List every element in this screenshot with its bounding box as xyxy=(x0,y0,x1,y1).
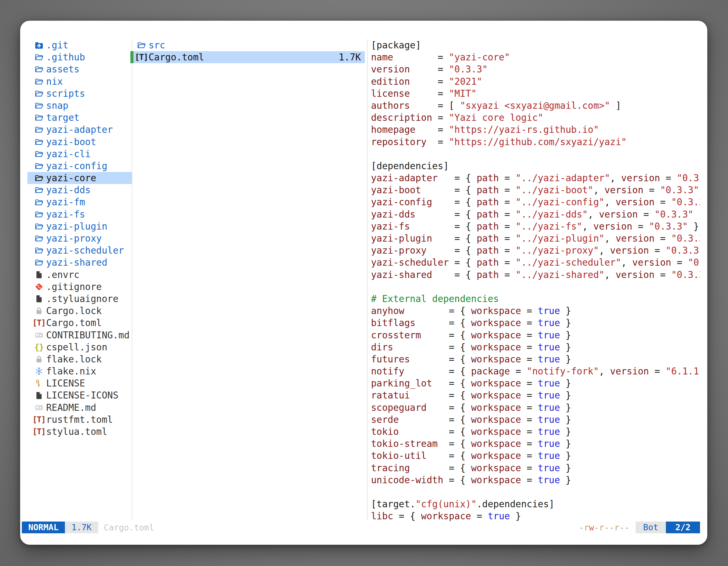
toml-icon: [T] xyxy=(34,415,44,424)
file-label: target xyxy=(46,112,79,124)
parent-item-stylua-toml[interactable]: [T]stylua.toml xyxy=(27,426,132,438)
folder-icon xyxy=(34,234,44,243)
parent-item-yazi-fs[interactable]: yazi-fs xyxy=(27,208,132,220)
file-label: yazi-adapter xyxy=(46,124,113,136)
parent-item-license[interactable]: LICENSE xyxy=(27,377,132,389)
parent-item--envrc[interactable]: .envrc xyxy=(27,269,132,281)
parent-item-yazi-adapter[interactable]: yazi-adapter xyxy=(27,124,132,136)
parent-item-yazi-shared[interactable]: yazi-shared xyxy=(27,257,132,269)
preview-line: futures = { workspace = true } xyxy=(371,353,700,365)
preview-line: yazi-config = { path = "../yazi-config",… xyxy=(371,196,700,208)
preview-line: [target."cfg(unix)".dependencies] xyxy=(371,498,700,510)
parent-item-cargo-toml[interactable]: [T]Cargo.toml xyxy=(27,317,132,329)
preview-line: ratatui = { workspace = true } xyxy=(371,389,700,401)
parent-item-yazi-cli[interactable]: yazi-cli xyxy=(27,148,132,160)
nix-icon xyxy=(34,366,44,376)
file-preview-pane: [package]name = "yazi-core"version = "0.… xyxy=(371,39,700,522)
preview-line: yazi-dds = { path = "../yazi-dds", versi… xyxy=(371,208,700,220)
parent-item--git[interactable]: .git xyxy=(27,39,132,51)
preview-line: yazi-adapter = { path = "../yazi-adapter… xyxy=(371,172,700,184)
parent-item-assets[interactable]: assets xyxy=(27,63,132,75)
file-label: nix xyxy=(46,76,63,88)
parent-item-yazi-fm[interactable]: yazi-fm xyxy=(27,196,132,208)
file-counter-badge: 2/2 xyxy=(666,522,700,533)
yazi-window: .git.githubassetsnixscriptssnaptargetyaz… xyxy=(20,21,707,545)
parent-item-license-icons[interactable]: LICENSE-ICONS xyxy=(27,389,132,401)
file-label: yazi-fm xyxy=(46,196,85,208)
parent-item-yazi-core[interactable]: yazi-core xyxy=(27,172,132,184)
preview-line: yazi-fs = { path = "../yazi-fs", version… xyxy=(371,220,700,233)
file-label: yazi-shared xyxy=(46,257,107,269)
parent-item-snap[interactable]: snap xyxy=(27,100,132,112)
preview-line: tracing = { workspace = true } xyxy=(371,462,700,474)
status-left: NORMAL 1.7K Cargo.toml xyxy=(22,522,154,533)
parent-item-cspell-json[interactable]: {}cspell.json xyxy=(27,341,132,353)
file-label: flake.lock xyxy=(46,353,102,365)
folder-icon xyxy=(34,77,44,86)
file-icon xyxy=(34,294,44,304)
file-label: Cargo.toml xyxy=(46,317,102,329)
parent-item--styluaignore[interactable]: .styluaignore xyxy=(27,293,132,305)
parent-item-yazi-dds[interactable]: yazi-dds xyxy=(27,184,132,196)
preview-line: homepage = "https://yazi-rs.github.io" xyxy=(371,124,700,136)
parent-item-nix[interactable]: nix xyxy=(27,76,132,88)
folder-icon xyxy=(34,113,44,123)
preview-line: dirs = { workspace = true } xyxy=(371,341,700,353)
preview-line: version = "0.3.3" xyxy=(371,63,700,75)
parent-item-yazi-boot[interactable]: yazi-boot xyxy=(27,136,132,148)
file-label: yazi-core xyxy=(46,172,96,184)
folder-icon xyxy=(34,65,44,74)
folder-icon xyxy=(34,173,44,183)
file-label: rustfmt.toml xyxy=(46,414,113,426)
git-icon xyxy=(34,282,44,291)
parent-item-yazi-config[interactable]: yazi-config xyxy=(27,160,132,172)
file-label: LICENSE xyxy=(46,377,85,389)
lock-icon xyxy=(34,354,44,364)
file-label: yazi-dds xyxy=(46,184,91,196)
preview-line: repository = "https://github.com/sxyazi/… xyxy=(371,136,700,148)
status-filename: Cargo.toml xyxy=(104,523,154,532)
parent-item--github[interactable]: .github xyxy=(27,51,132,63)
parent-item-rustfmt-toml[interactable]: [T]rustfmt.toml xyxy=(27,414,132,426)
preview-line: yazi-boot = { path = "../yazi-boot", ver… xyxy=(371,184,700,196)
preview-line: # External dependencies xyxy=(371,293,700,305)
file-label: src xyxy=(149,39,165,51)
file-label: flake.nix xyxy=(46,365,96,377)
current-item-src[interactable]: src xyxy=(133,39,365,51)
preview-line: bitflags = { workspace = true } xyxy=(371,317,700,329)
file-icon xyxy=(34,270,44,280)
folder-icon xyxy=(34,198,44,207)
folder-icon xyxy=(34,161,44,171)
pane-separator xyxy=(132,39,132,521)
file-label: assets xyxy=(46,63,79,75)
pane-separator xyxy=(367,39,368,521)
file-permissions: -rw-r--r-- xyxy=(579,523,630,532)
parent-item-yazi-scheduler[interactable]: yazi-scheduler xyxy=(27,245,132,257)
parent-item-readme-md[interactable]: README.md xyxy=(27,401,132,414)
parent-item-contributing-md[interactable]: CONTRIBUTING.md xyxy=(27,329,132,341)
folder-icon xyxy=(137,41,146,50)
file-label: yazi-plugin xyxy=(46,220,107,233)
preview-line: yazi-plugin = { path = "../yazi-plugin",… xyxy=(371,233,700,245)
current-item-cargo-toml[interactable]: [T]Cargo.toml1.7K xyxy=(133,51,365,63)
preview-line: tokio = { workspace = true } xyxy=(371,426,700,438)
parent-item-scripts[interactable]: scripts xyxy=(27,88,132,100)
parent-item-target[interactable]: target xyxy=(27,112,132,124)
parent-item-flake-lock[interactable]: flake.lock xyxy=(27,353,132,365)
toml-icon: [T] xyxy=(34,427,44,436)
parent-item-cargo-lock[interactable]: Cargo.lock xyxy=(27,305,132,317)
parent-item-yazi-plugin[interactable]: yazi-plugin xyxy=(27,220,132,233)
file-label: cspell.json xyxy=(46,341,107,353)
parent-item-yazi-proxy[interactable]: yazi-proxy xyxy=(27,233,132,245)
parent-item-flake-nix[interactable]: flake.nix xyxy=(27,365,132,377)
toml-icon: [T] xyxy=(137,53,146,62)
preview-line: edition = "2021" xyxy=(371,76,700,88)
mode-badge: NORMAL xyxy=(22,522,65,533)
parent-item--gitignore[interactable]: .gitignore xyxy=(27,281,132,293)
preview-line: description = "Yazi core logic" xyxy=(371,112,700,124)
folder-icon xyxy=(34,258,44,267)
parent-directory-pane: .git.githubassetsnixscriptssnaptargetyaz… xyxy=(27,39,132,438)
json-icon: {} xyxy=(34,342,44,352)
file-label: yazi-scheduler xyxy=(46,245,124,257)
preview-line: parking_lot = { workspace = true } xyxy=(371,377,700,389)
